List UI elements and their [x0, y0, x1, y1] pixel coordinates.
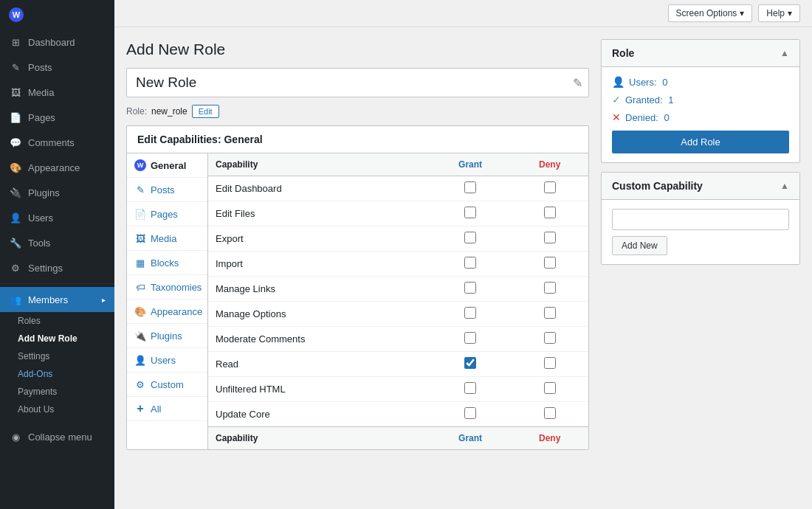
cap-nav-general[interactable]: W General: [127, 153, 207, 178]
cap-grant-checkbox[interactable]: [464, 282, 476, 294]
cap-col-capability-header: Capability: [208, 153, 430, 176]
cap-nav-all-label: All: [151, 404, 161, 415]
pages-icon: 📄: [9, 111, 22, 124]
sidebar-item-label: Users: [28, 212, 53, 224]
role-name-input[interactable]: [133, 72, 573, 94]
cap-deny-checkbox[interactable]: [544, 332, 556, 344]
cap-grant-checkbox[interactable]: [464, 181, 476, 193]
cap-nav-posts[interactable]: ✎ Posts: [127, 178, 207, 202]
custom-capability-body: Add New: [602, 200, 799, 264]
dashboard-icon: ⊞: [9, 35, 22, 49]
cap-grant-checkbox[interactable]: [464, 232, 476, 243]
cap-deny-checkbox[interactable]: [544, 307, 556, 319]
sidebar-item-dashboard[interactable]: ⊞ Dashboard: [0, 30, 114, 55]
cap-name-cell: Manage Options: [208, 302, 430, 327]
sidebar-item-appearance[interactable]: 🎨 Appearance: [0, 155, 114, 180]
cap-content: Capability Grant Deny Edit Dashboard Ed: [208, 153, 588, 449]
cap-grant-cell: [430, 277, 511, 302]
cap-grant-checkbox[interactable]: [464, 207, 476, 218]
cap-deny-checkbox[interactable]: [544, 232, 556, 243]
role-stat-denied: ✕ Denied: 0: [612, 111, 789, 123]
sidebar-sub-add-ons[interactable]: Add-Ons: [0, 365, 114, 383]
members-submenu: Roles Add New Role Settings Add-Ons Paym…: [0, 312, 114, 418]
custom-capability-panel: Custom Capability ▲ Add New: [601, 172, 800, 265]
cap-nav-users[interactable]: 👤 Users: [127, 348, 207, 373]
cap-deny-checkbox[interactable]: [544, 382, 556, 394]
cap-footer-deny: Deny: [511, 427, 588, 450]
plugins-icon: 🔌: [9, 186, 22, 199]
cap-nav-blocks[interactable]: ▦ Blocks: [127, 251, 207, 275]
cap-nav-plugins[interactable]: 🔌 Plugins: [127, 324, 207, 348]
sidebar-item-pages[interactable]: 📄 Pages: [0, 105, 114, 130]
sidebar-item-label: Dashboard: [28, 37, 75, 48]
sidebar-item-comments[interactable]: 💬 Comments: [0, 130, 114, 155]
role-panel-toggle[interactable]: ▲: [780, 48, 789, 58]
role-info: Role: new_role Edit: [126, 105, 589, 118]
sidebar-sub-roles[interactable]: Roles: [0, 312, 114, 330]
custom-capability-toggle[interactable]: ▲: [780, 181, 789, 191]
pages-nav-icon: 📄: [134, 208, 146, 220]
cap-name-cell: Update Core: [208, 402, 430, 427]
cap-deny-checkbox[interactable]: [544, 407, 556, 419]
cap-deny-checkbox[interactable]: [544, 357, 556, 369]
sidebar-sub-about-us[interactable]: About Us: [0, 401, 114, 418]
sidebar-item-users[interactable]: 👤 Users: [0, 205, 114, 230]
cap-deny-checkbox[interactable]: [544, 257, 556, 269]
posts-nav-icon: ✎: [134, 184, 146, 195]
sidebar-item-settings[interactable]: ⚙ Settings: [0, 255, 114, 280]
add-new-capability-button[interactable]: Add New: [612, 236, 667, 255]
cap-nav-pages-label: Pages: [151, 209, 178, 220]
cap-nav-general-label: General: [151, 160, 186, 171]
sidebar-item-posts[interactable]: ✎ Posts: [0, 55, 114, 80]
cap-name-cell: Import: [208, 252, 430, 277]
sidebar-item-label: Appearance: [28, 162, 80, 173]
sidebar-sub-payments[interactable]: Payments: [0, 383, 114, 401]
left-panel: Add New Role ✎ Role: new_role Edit Edit …: [126, 39, 589, 497]
screen-options-button[interactable]: Screen Options ▾: [668, 4, 753, 22]
cap-grant-checkbox[interactable]: [464, 257, 476, 269]
sidebar-sub-settings[interactable]: Settings: [0, 347, 114, 365]
cap-nav-all[interactable]: + All: [127, 397, 207, 421]
custom-capability-input[interactable]: [612, 209, 789, 230]
cap-grant-checkbox[interactable]: [464, 307, 476, 319]
cap-grant-checkbox[interactable]: [464, 332, 476, 344]
granted-stat-value: 1: [668, 94, 673, 105]
cap-name-cell: Edit Files: [208, 201, 430, 226]
cap-grant-cell: [430, 176, 511, 201]
all-nav-icon: +: [134, 403, 146, 415]
cap-grant-checkbox[interactable]: [464, 382, 476, 394]
cap-nav-appearance-label: Appearance: [151, 306, 202, 317]
sidebar-item-plugins[interactable]: 🔌 Plugins: [0, 180, 114, 205]
users-stat-label: Users: 0: [629, 77, 667, 88]
cap-nav-custom[interactable]: ⚙ Custom: [127, 373, 207, 397]
table-row: Unfiltered HTML: [208, 377, 588, 402]
table-row: Moderate Comments: [208, 327, 588, 352]
table-row: Manage Options: [208, 302, 588, 327]
sidebar-sub-add-new-role[interactable]: Add New Role: [0, 330, 114, 347]
cap-deny-checkbox[interactable]: [544, 207, 556, 218]
screen-options-label: Screen Options: [676, 8, 737, 18]
members-icon: 👥: [9, 293, 22, 306]
cap-deny-cell: [511, 402, 588, 427]
members-arrow-icon: ▸: [102, 296, 106, 304]
cap-nav-media[interactable]: 🖼 Media: [127, 226, 207, 251]
sidebar-item-tools[interactable]: 🔧 Tools: [0, 230, 114, 255]
cap-grant-checkbox[interactable]: [464, 407, 476, 419]
cap-deny-checkbox[interactable]: [544, 181, 556, 193]
settings-icon: ⚙: [9, 261, 22, 274]
cap-grant-checkbox[interactable]: [464, 357, 476, 369]
help-button[interactable]: Help ▾: [758, 4, 800, 22]
add-role-button[interactable]: Add Role: [612, 131, 789, 153]
cap-nav-pages[interactable]: 📄 Pages: [127, 202, 207, 226]
edit-slug-button[interactable]: Edit: [192, 105, 219, 118]
sidebar-item-media[interactable]: 🖼 Media: [0, 80, 114, 105]
capabilities-wrap: Edit Capabilities: General W General ✎ P…: [126, 125, 589, 450]
table-row: Edit Dashboard: [208, 176, 588, 201]
cap-nav-taxonomies[interactable]: 🏷 Taxonomies: [127, 275, 207, 299]
cap-name-cell: Export: [208, 226, 430, 252]
cap-deny-checkbox[interactable]: [544, 282, 556, 294]
sidebar-item-members[interactable]: 👥 Members ▸: [0, 287, 114, 312]
cap-nav-appearance[interactable]: 🎨 Appearance: [127, 299, 207, 324]
collapse-menu[interactable]: ◉ Collapse menu: [0, 424, 114, 449]
cap-deny-cell: [511, 226, 588, 252]
